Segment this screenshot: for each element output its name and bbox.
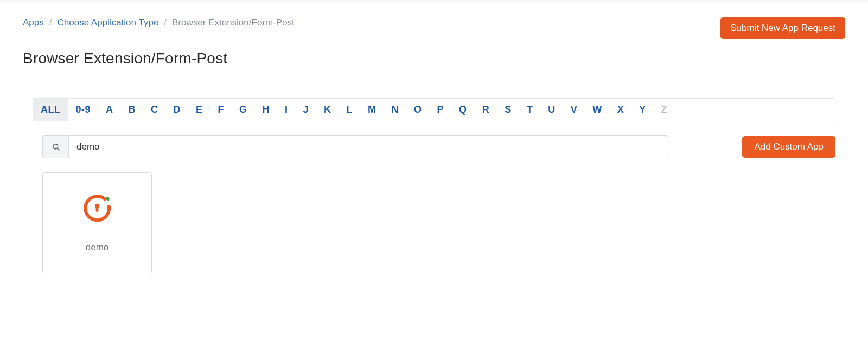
alpha-filter-d[interactable]: D (166, 99, 189, 121)
alpha-filter-f[interactable]: F (210, 99, 232, 121)
page-title: Browser Extension/Form-Post (23, 50, 845, 67)
alpha-filter-i[interactable]: I (277, 99, 296, 121)
alpha-filter-x[interactable]: X (610, 99, 632, 121)
search-icon (42, 135, 68, 158)
svg-line-1 (57, 148, 59, 150)
page-container: Apps / Choose Application Type / Browser… (11, 3, 857, 273)
breadcrumb: Apps / Choose Application Type / Browser… (23, 17, 295, 28)
breadcrumb-current: Browser Extension/Form-Post (172, 17, 295, 28)
alpha-filter-e[interactable]: E (188, 99, 210, 121)
alpha-filter-s[interactable]: S (497, 99, 519, 121)
app-card[interactable]: demo (42, 172, 152, 273)
alpha-filter-a[interactable]: A (98, 99, 121, 121)
breadcrumb-separator: / (49, 17, 52, 28)
alpha-filter-c[interactable]: C (143, 99, 166, 121)
keyhole-orange-circle-icon (82, 192, 112, 223)
alpha-filter-h[interactable]: H (255, 99, 278, 121)
search-row: Add Custom App (33, 135, 835, 158)
alpha-filter-v[interactable]: V (563, 99, 585, 121)
app-card-label: demo (86, 242, 109, 253)
search-wrap (42, 135, 668, 158)
add-custom-app-button[interactable]: Add Custom App (742, 136, 835, 158)
alpha-filter-y[interactable]: Y (631, 99, 654, 121)
submit-new-app-button[interactable]: Submit New App Request (720, 17, 845, 39)
alpha-filter-b[interactable]: B (121, 99, 144, 121)
search-input[interactable] (68, 135, 668, 158)
alpha-filter-r[interactable]: R (475, 99, 497, 121)
results-grid: demo (42, 172, 835, 273)
alpha-filter-w[interactable]: W (585, 99, 610, 121)
alpha-filter-p[interactable]: P (430, 99, 452, 121)
breadcrumb-link-apps[interactable]: Apps (23, 17, 44, 28)
alpha-filter-o[interactable]: O (406, 99, 430, 121)
alpha-filter-g[interactable]: G (232, 99, 255, 121)
alpha-filter-n[interactable]: N (384, 99, 407, 121)
alpha-filter-k[interactable]: K (316, 99, 339, 121)
alpha-filter-q[interactable]: Q (451, 99, 475, 121)
alpha-filter-all[interactable]: ALL (33, 99, 68, 121)
alpha-filter-z: Z (654, 99, 675, 121)
alpha-filter-m[interactable]: M (360, 99, 384, 121)
alpha-filter-0-9[interactable]: 0-9 (68, 99, 99, 121)
svg-rect-3 (96, 207, 99, 212)
alpha-filter-u[interactable]: U (540, 99, 563, 121)
breadcrumb-link-choose-type[interactable]: Choose Application Type (57, 17, 158, 28)
content-area: ALL0-9ABCDEFGHIJKLMNOPQRSTUVWXYZ Add Cus… (23, 77, 845, 273)
alpha-filter-l[interactable]: L (339, 99, 361, 121)
page-header: Apps / Choose Application Type / Browser… (23, 3, 845, 39)
breadcrumb-separator: / (164, 17, 167, 28)
alpha-filter-bar: ALL0-9ABCDEFGHIJKLMNOPQRSTUVWXYZ (33, 98, 835, 121)
alpha-filter-j[interactable]: J (296, 99, 317, 121)
alpha-filter-t[interactable]: T (519, 99, 541, 121)
